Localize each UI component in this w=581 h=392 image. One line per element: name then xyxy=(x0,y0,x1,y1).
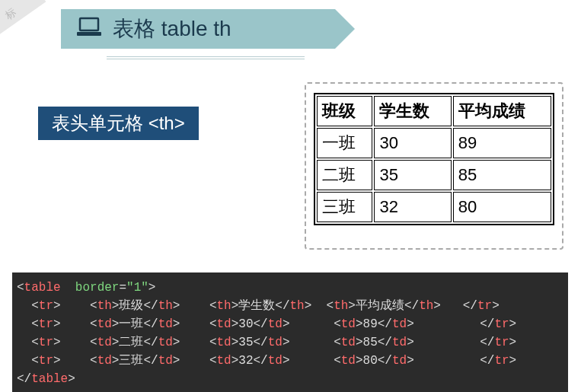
table-row: 班级 学生数 平均成绩 xyxy=(317,96,551,126)
corner-tag: 标 xyxy=(0,0,46,43)
svg-rect-1 xyxy=(77,32,101,36)
table-frame: 班级 学生数 平均成绩 一班 30 89 二班 35 85 三班 32 80 xyxy=(305,82,563,250)
table-cell: 89 xyxy=(453,128,551,158)
table-cell: 三班 xyxy=(317,192,372,222)
header-title: 表格 table th xyxy=(113,14,231,43)
table-cell: 80 xyxy=(453,192,551,222)
table-cell: 二班 xyxy=(317,160,372,190)
code-block: <table border="1"> <tr> <th>班级</th> <th>… xyxy=(12,272,568,392)
table-cell: 一班 xyxy=(317,128,372,158)
header-chevron: 表格 table th xyxy=(61,9,335,49)
page-header: 表格 table th xyxy=(61,9,335,59)
table-header-cell: 平均成绩 xyxy=(453,96,551,126)
svg-rect-0 xyxy=(80,18,98,30)
table-row: 二班 35 85 xyxy=(317,160,551,190)
table-header-cell: 学生数 xyxy=(374,96,451,126)
laptop-icon xyxy=(76,17,102,41)
table-cell: 32 xyxy=(374,192,451,222)
table-row: 一班 30 89 xyxy=(317,128,551,158)
table-header-cell: 班级 xyxy=(317,96,372,126)
header-underline xyxy=(107,56,305,59)
demo-table: 班级 学生数 平均成绩 一班 30 89 二班 35 85 三班 32 80 xyxy=(314,93,554,225)
table-cell: 35 xyxy=(374,160,451,190)
table-cell: 30 xyxy=(374,128,451,158)
subtitle-badge: 表头单元格 <th> xyxy=(38,107,199,140)
table-row: 三班 32 80 xyxy=(317,192,551,222)
table-cell: 85 xyxy=(453,160,551,190)
